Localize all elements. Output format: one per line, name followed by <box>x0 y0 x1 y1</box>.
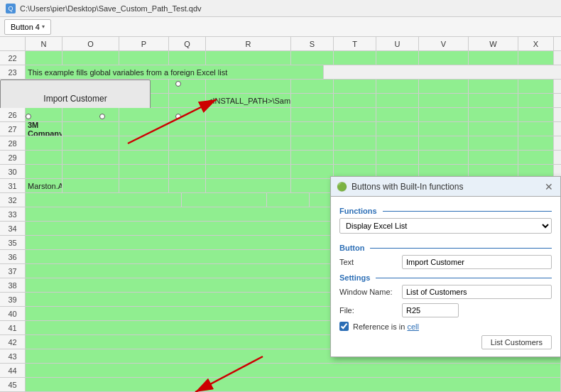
cell-q24[interactable] <box>169 80 206 93</box>
cell-r29[interactable] <box>206 151 291 164</box>
col-header-p[interactable]: P <box>119 37 169 50</box>
cell-n32[interactable] <box>26 193 182 207</box>
cell-w26[interactable] <box>469 108 518 121</box>
cell-v25[interactable] <box>419 94 469 107</box>
cell-r25[interactable]: <INSTALL_PATH>\Samples\Stuff_4_Macros\Li… <box>206 94 291 107</box>
cell-t24[interactable] <box>334 80 376 93</box>
cell-o28[interactable] <box>62 136 119 150</box>
cell-v22[interactable] <box>419 51 469 65</box>
cell-s25[interactable] <box>291 94 334 107</box>
col-header-r[interactable]: R <box>206 37 291 50</box>
cell-n28[interactable] <box>26 136 62 150</box>
file-input[interactable] <box>402 303 459 317</box>
cell-q25[interactable] <box>169 94 206 107</box>
cell-p30[interactable] <box>119 165 169 178</box>
cell-q30[interactable] <box>169 165 206 178</box>
cell-w27[interactable] <box>469 122 518 136</box>
cell-q28[interactable] <box>169 136 206 150</box>
reference-checkbox[interactable] <box>339 322 349 331</box>
cell-v28[interactable] <box>419 136 469 150</box>
cell-s22[interactable] <box>291 51 334 65</box>
cell-q27[interactable] <box>169 122 206 136</box>
cell-q31[interactable] <box>169 179 206 192</box>
functions-dropdown[interactable]: Display Excel List Import Customer Expor… <box>339 218 552 234</box>
cell-v27[interactable] <box>419 122 469 136</box>
cell-t28[interactable] <box>334 136 376 150</box>
cell-v29[interactable] <box>419 151 469 164</box>
cell-r32[interactable] <box>182 193 267 207</box>
cell-p27[interactable] <box>119 122 169 136</box>
col-header-w[interactable]: W <box>469 37 518 50</box>
cell-x26[interactable] <box>518 108 554 121</box>
cell-t27[interactable] <box>334 122 376 136</box>
col-header-n[interactable]: N <box>26 37 62 50</box>
cell-t25[interactable] <box>334 94 376 107</box>
list-customers-button[interactable]: List Customers <box>481 335 552 349</box>
col-header-o[interactable]: O <box>62 37 119 50</box>
cell-r26[interactable] <box>206 108 291 121</box>
cell-s31[interactable] <box>291 179 334 192</box>
text-input[interactable] <box>402 255 552 269</box>
cell-q26[interactable] <box>169 108 206 121</box>
cell-r28[interactable] <box>206 136 291 150</box>
cell-x27[interactable] <box>518 122 554 136</box>
col-header-s[interactable]: S <box>291 37 334 50</box>
cell-p31[interactable] <box>119 179 169 192</box>
cell-s24[interactable] <box>291 80 334 93</box>
cell-w28[interactable] <box>469 136 518 150</box>
window-name-input[interactable] <box>402 285 552 299</box>
cell-n29[interactable] <box>26 151 62 164</box>
cell-u22[interactable] <box>376 51 419 65</box>
cell-x22[interactable] <box>518 51 554 65</box>
dialog-close-button[interactable]: ✕ <box>543 181 555 192</box>
cell-p28[interactable] <box>119 136 169 150</box>
cell-p26[interactable] <box>119 108 169 121</box>
cell-w25[interactable] <box>469 94 518 107</box>
cell-n22[interactable] <box>26 51 62 65</box>
cell-s30[interactable] <box>291 165 334 178</box>
cell-s27[interactable] <box>291 122 334 136</box>
cell-r24[interactable] <box>206 80 291 93</box>
empty-row[interactable] <box>26 364 561 377</box>
cell-w29[interactable] <box>469 151 518 164</box>
cell-n31[interactable]: Marston.ABRAHAM@testemail.com <box>26 179 62 192</box>
cell-u28[interactable] <box>376 136 419 150</box>
cell-t22[interactable] <box>334 51 376 65</box>
cell-q29[interactable] <box>169 151 206 164</box>
cell-p22[interactable] <box>119 51 169 65</box>
cell-x29[interactable] <box>518 151 554 164</box>
cell-r22[interactable] <box>206 51 291 65</box>
cell-o22[interactable] <box>62 51 119 65</box>
cell-n26[interactable] <box>26 108 62 121</box>
cell-x24[interactable] <box>518 80 554 93</box>
cell-s29[interactable] <box>291 151 334 164</box>
cell-o26[interactable] <box>62 108 119 121</box>
cell-w24[interactable] <box>469 80 518 93</box>
cell-x28[interactable] <box>518 136 554 150</box>
cell-r30[interactable] <box>206 165 291 178</box>
cell-r27[interactable] <box>206 122 291 136</box>
button4-dropdown[interactable]: Button 4 ▾ <box>4 19 51 35</box>
cell-o27[interactable] <box>62 122 119 136</box>
cell-t29[interactable] <box>334 151 376 164</box>
cell-s28[interactable] <box>291 136 334 150</box>
cell-w22[interactable] <box>469 51 518 65</box>
cell-u25[interactable] <box>376 94 419 107</box>
cell-o29[interactable] <box>62 151 119 164</box>
col-header-t[interactable]: T <box>334 37 376 50</box>
cell-n23[interactable]: This example fills global variables from… <box>26 65 324 79</box>
cell-q22[interactable] <box>169 51 206 65</box>
empty-row[interactable] <box>26 378 561 391</box>
cell-v26[interactable] <box>419 108 469 121</box>
col-header-x[interactable]: X <box>518 37 554 50</box>
col-header-q[interactable]: Q <box>169 37 206 50</box>
cell-v24[interactable] <box>419 80 469 93</box>
cell-o31[interactable] <box>62 179 119 192</box>
cell-p29[interactable] <box>119 151 169 164</box>
cell-t26[interactable] <box>334 108 376 121</box>
cell-s26[interactable] <box>291 108 334 121</box>
cell-r31[interactable] <box>206 179 291 192</box>
cell-u27[interactable] <box>376 122 419 136</box>
cell-n27[interactable]: 3M Company <box>26 122 62 136</box>
cell-n30[interactable] <box>26 165 62 178</box>
